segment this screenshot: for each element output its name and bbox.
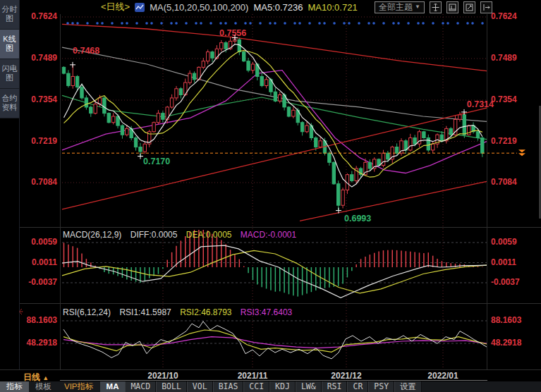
candle-body [188, 73, 191, 82]
candle-body [162, 114, 164, 120]
candle-body [476, 132, 479, 138]
axis-tick-label: 88.1603 [491, 315, 522, 325]
axis-tick-label: 0.7354 [491, 94, 517, 104]
toolbar-item[interactable]: BOLL [156, 381, 187, 392]
candle-body [423, 132, 425, 138]
candle-body [126, 128, 128, 135]
candle-body [67, 73, 70, 85]
event-dot [382, 22, 385, 25]
candle-body [103, 98, 106, 114]
axis-tick-label: 0.0059 [491, 237, 517, 247]
rsi3-value: RSI3:47.6403 [241, 307, 292, 317]
event-dot [209, 22, 212, 25]
event-dot [407, 22, 410, 25]
toolbar-item[interactable]: 设置 [394, 381, 422, 392]
event-dot [367, 22, 370, 25]
event-dot [269, 22, 272, 25]
candle-body [62, 67, 65, 73]
event-dot [343, 22, 346, 25]
axis-tick-label: 0.0011 [491, 257, 516, 267]
event-dot [308, 22, 311, 25]
toolbar-item[interactable]: MACD [125, 381, 156, 392]
event-dot [298, 22, 301, 25]
candle-body [207, 52, 209, 61]
zoom-range-icon[interactable] [446, 1, 458, 13]
event-dot [372, 22, 375, 25]
month-tick-label: 2022/01 [427, 371, 458, 381]
indicator-toolbar: 指标模板VIP指标MAMACDBOLLVOLBIASCCIKDJLW&RSICR… [0, 381, 541, 392]
toolbar-item[interactable]: CR [347, 381, 368, 392]
month-tick-label: 2021/10 [147, 371, 178, 381]
axis-tick-label: 0.7084 [491, 177, 517, 187]
toolbar-item[interactable]: MA [100, 381, 126, 392]
axis-tick-label: 48.2918 [27, 338, 58, 348]
event-dot [323, 22, 326, 25]
candle-body [413, 138, 416, 145]
candle-body [395, 147, 398, 154]
toolbar-item[interactable]: CCI [243, 381, 269, 392]
ma-params-label: MA(5,10,20,50,100,200) [150, 2, 248, 13]
candle-body [463, 115, 466, 135]
candle-body [427, 138, 430, 150]
candle-body [387, 153, 389, 159]
axis-underline [60, 380, 487, 381]
toolbar-item[interactable]: LW& [296, 381, 322, 392]
zoom-in-icon[interactable] [463, 1, 475, 13]
candle-body [341, 190, 344, 205]
toolbar-item[interactable]: VOL [187, 381, 213, 392]
toolbar-item[interactable]: 模板 [29, 381, 58, 392]
toolbar-item[interactable]: KDJ [269, 381, 296, 392]
chevron-down-icon: ▼ [415, 2, 420, 12]
rsi1-value: RSI1:41.5987 [119, 307, 171, 317]
candle-body [337, 184, 340, 206]
toolbar-item[interactable]: VIP指标 [58, 381, 100, 392]
price-annotation: 0.7556 [219, 28, 246, 38]
event-dot [333, 22, 336, 25]
candle-body [134, 138, 137, 147]
period-tag: <日线> [101, 1, 130, 13]
candle-body [193, 73, 195, 80]
candle-body [332, 162, 335, 183]
event-dot [293, 22, 296, 25]
crosshair-icon[interactable] [430, 1, 442, 13]
candle-body [175, 89, 178, 98]
candle-body [75, 76, 78, 87]
toolbar-item[interactable]: BIAS [213, 381, 244, 392]
toolbar-item[interactable]: PSY [368, 381, 394, 392]
event-dot [135, 22, 138, 25]
macd-title: MACD(26,12,9) [63, 230, 121, 240]
candle-body [458, 115, 461, 120]
pan-right-icon[interactable] [480, 1, 492, 13]
candle-body [80, 87, 83, 98]
candle-body [85, 98, 87, 107]
candle-body [351, 175, 353, 181]
sidebar-tab[interactable]: 闪电图 [0, 59, 19, 89]
candle-body [368, 162, 371, 169]
theme-dropdown-label: 全部主题 [379, 2, 413, 12]
toolbar-item[interactable]: 指标 [0, 381, 29, 392]
event-dot [471, 22, 474, 25]
event-dot [101, 22, 104, 25]
event-dot [318, 22, 321, 25]
axis-tick-label: 0.0059 [31, 237, 57, 247]
candle-body [409, 138, 412, 150]
axis-tick-label: 0.7219 [31, 136, 57, 146]
sidebar-tab[interactable]: 合约资料 [0, 89, 19, 118]
sidebar-tab[interactable]: 分时图 [0, 0, 19, 30]
toolbar-item[interactable]: RSI [322, 381, 348, 392]
theme-dropdown-button[interactable]: 全部主题 ▼ [375, 1, 425, 13]
event-dot [126, 22, 128, 25]
event-dot [259, 22, 262, 25]
candle-body [260, 76, 263, 85]
candle-body [274, 92, 276, 101]
event-dot [195, 22, 197, 25]
axis-tick-label: 0.7219 [491, 136, 517, 146]
candle-body [157, 114, 159, 123]
candle-body [107, 114, 110, 123]
event-dot [170, 22, 173, 25]
candle-body [251, 64, 254, 71]
event-dot [417, 22, 420, 25]
event-dot [397, 22, 400, 25]
sidebar-tab[interactable]: K线图 [0, 30, 19, 59]
candle-body [319, 141, 322, 147]
